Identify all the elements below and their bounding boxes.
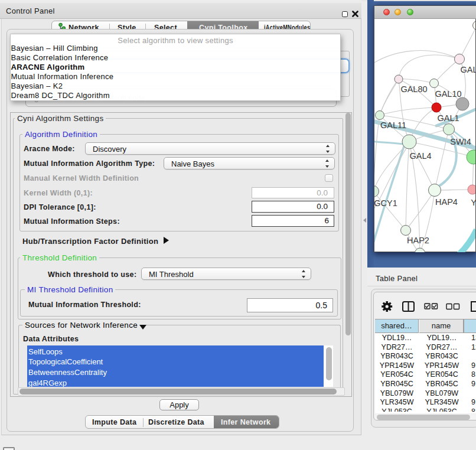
svg-text:GAL11: GAL11: [380, 120, 406, 130]
svg-text:GAL4: GAL4: [409, 151, 431, 161]
svg-text:HAP4: HAP4: [435, 197, 458, 207]
svg-text:GAL: GAL: [460, 65, 475, 74]
svg-text:GAL80: GAL80: [400, 84, 427, 94]
svg-text:SWI4: SWI4: [450, 137, 471, 146]
svg-text:HAP2: HAP2: [407, 236, 429, 245]
svg-text:GAL10: GAL10: [435, 89, 461, 99]
svg-text:GCY1: GCY1: [374, 198, 397, 208]
svg-text:GAL1: GAL1: [437, 113, 459, 123]
svg-text:Y: Y: [471, 198, 475, 207]
